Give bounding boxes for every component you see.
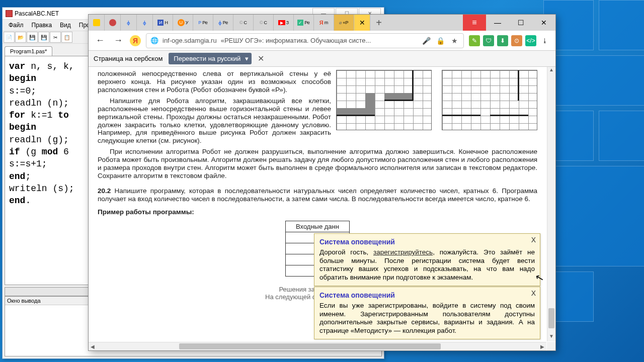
browser-tab[interactable]: ✓Ре (294, 15, 314, 31)
menu-file[interactable]: Файл (6, 21, 27, 30)
code-line: var (9, 61, 25, 71)
browser-tab[interactable] (105, 15, 121, 31)
browser-menu-button[interactable]: ≡ (463, 15, 486, 31)
page-viewport: положенной непосредственно слева от верт… (89, 67, 555, 350)
browser-max-button[interactable]: ☐ (509, 15, 532, 31)
browser-close-button[interactable]: ✕ (532, 15, 555, 31)
browser-tab[interactable]: ϕ (121, 15, 137, 31)
notif-title: Система оповещений (319, 238, 535, 246)
mic-icon[interactable]: 🎤 (421, 36, 431, 46)
browser-tab[interactable]: ©С (254, 15, 274, 31)
tb-save-icon[interactable]: 💾 (27, 32, 38, 43)
browser-tab[interactable]: UУ (173, 15, 193, 31)
browser-tab[interactable]: ϕ (137, 15, 153, 31)
code-line: if (9, 147, 20, 157)
notif-body: Дорогой гость, зарегистрируйтесь, пожалу… (319, 248, 535, 282)
notif-close-button[interactable]: X (531, 289, 536, 298)
globe-icon: 🌐 (150, 37, 158, 44)
paragraph: При исполнении алгоритма Робот не должен… (98, 148, 537, 180)
scroll-down-icon[interactable]: ▼ (547, 333, 555, 341)
vertical-scrollbar[interactable]: ▲ ▼ (547, 67, 555, 341)
browser-tab[interactable]: ⌀«Р (334, 15, 354, 31)
code-line: begin (9, 73, 36, 83)
robot-grid-figures (336, 70, 537, 130)
menu-view[interactable]: Вид (57, 21, 74, 30)
example-title: Пример работы программы: (98, 208, 537, 216)
code-line: readln (n); (9, 98, 69, 108)
translate-label: Страница на сербском (94, 55, 163, 62)
page-title-in-url: «РЕШУ ОГЭ»: информатика. Обучающая систе… (221, 37, 371, 44)
extension-icons: ✎ 🛡 ⬇ ⊙ </> ⭳ (469, 35, 550, 46)
bookmark-icon[interactable]: ★ (449, 36, 459, 46)
pascal-title-text: PascalABC.NET (15, 10, 59, 17)
tb-new-icon[interactable]: 📄 (4, 32, 15, 43)
translate-button[interactable]: Перевести на русский (169, 53, 252, 64)
code-line: begin (9, 122, 36, 132)
scroll-up-icon[interactable]: ▲ (547, 67, 555, 75)
tb-copy-icon[interactable]: 📋 (61, 32, 72, 43)
browser-window: ϕ ϕ ИН UУ РРе ϕРе ©С ©С ▶З ✓Ре Яm ⌀«Р ✕ … (88, 14, 556, 351)
code-line: end (9, 171, 25, 182)
scroll-thumb[interactable] (548, 308, 554, 328)
url-domain: inf-oge.sdamgia.ru (163, 37, 217, 44)
yandex-icon[interactable]: Я (130, 35, 141, 46)
browser-tab[interactable]: ИН (153, 15, 173, 31)
nav-forward-button[interactable]: → (112, 34, 125, 47)
ext-icon[interactable]: 🛡 (483, 35, 494, 46)
file-tab[interactable]: Program1.pas* (5, 46, 52, 56)
scroll-thumb[interactable] (179, 343, 441, 349)
browser-tab[interactable]: РРе (193, 15, 213, 31)
browser-tab[interactable]: ©С (233, 15, 254, 31)
pascal-app-icon (6, 10, 13, 17)
tb-open-icon[interactable]: 📂 (15, 32, 26, 43)
browser-tabstrip: ϕ ϕ ИН UУ РРе ϕРе ©С ©С ▶З ✓Ре Яm ⌀«Р ✕ … (89, 15, 555, 31)
ext-icon[interactable]: ⬇ (497, 35, 508, 46)
task-20-2: 20.2 Напишите программу, которая в после… (98, 187, 537, 203)
browser-tab[interactable] (89, 15, 105, 31)
horizontal-scrollbar[interactable]: ◀ ▶ (89, 342, 546, 350)
notification-popup-2: X Система оповещений Если вы уже зарегис… (314, 287, 540, 339)
ext-icon[interactable]: ✎ (469, 35, 480, 46)
notif-close-button[interactable]: X (531, 236, 536, 244)
notif-body: Если вы уже зарегистрированы, войдите в … (319, 302, 535, 335)
address-bar[interactable]: 🌐 inf-oge.sdamgia.ru «РЕШУ ОГЭ»: информа… (146, 33, 464, 48)
address-bar-row: ← → Я 🌐 inf-oge.sdamgia.ru «РЕШУ ОГЭ»: и… (89, 31, 555, 51)
menu-edit[interactable]: Правка (29, 21, 55, 30)
browser-min-button[interactable]: — (486, 15, 509, 31)
notif-title: Система оповещений (319, 291, 535, 300)
table-header: Входные данн (286, 221, 350, 232)
code-line: readln (g); (9, 135, 69, 145)
new-tab-button[interactable]: + (370, 15, 387, 31)
browser-tab[interactable]: Яm (314, 15, 334, 31)
code-line: s:=s+1; (9, 159, 47, 169)
translate-bar: Страница на сербском Перевести на русски… (89, 51, 555, 67)
robot-grid-2 (442, 70, 537, 130)
notification-popup-1: X Система оповещений Дорогой гость, заре… (314, 233, 540, 286)
scroll-corner (547, 342, 555, 350)
download-icon[interactable]: ⭳ (539, 35, 550, 46)
register-link[interactable]: зарегистрируйтесь (373, 248, 433, 256)
section-number: 20.2 (98, 187, 111, 195)
ext-icon[interactable]: ⊙ (511, 35, 522, 46)
scroll-right-icon[interactable]: ▶ (538, 342, 546, 350)
tb-saveall-icon[interactable]: 💾 (38, 32, 49, 43)
robot-grid-1 (336, 70, 432, 130)
code-line: writeln (s); (9, 184, 74, 194)
browser-tab-active-close[interactable]: ✕ (354, 15, 370, 31)
ext-icon[interactable]: </> (525, 35, 536, 46)
browser-tab[interactable]: ϕРе (213, 15, 233, 31)
browser-tab[interactable]: ▶З (274, 15, 294, 31)
translate-close-icon[interactable]: ✕ (258, 54, 264, 63)
tb-cut-icon[interactable]: ✂ (50, 32, 61, 43)
nav-back-button[interactable]: ← (94, 34, 107, 47)
code-line: end (9, 196, 25, 206)
scroll-left-icon[interactable]: ◀ (89, 342, 97, 350)
code-line: for (9, 110, 25, 120)
lock-icon[interactable]: 🔒 (435, 36, 445, 46)
code-line: s:=0; (9, 86, 36, 96)
desktop-background (543, 0, 644, 362)
